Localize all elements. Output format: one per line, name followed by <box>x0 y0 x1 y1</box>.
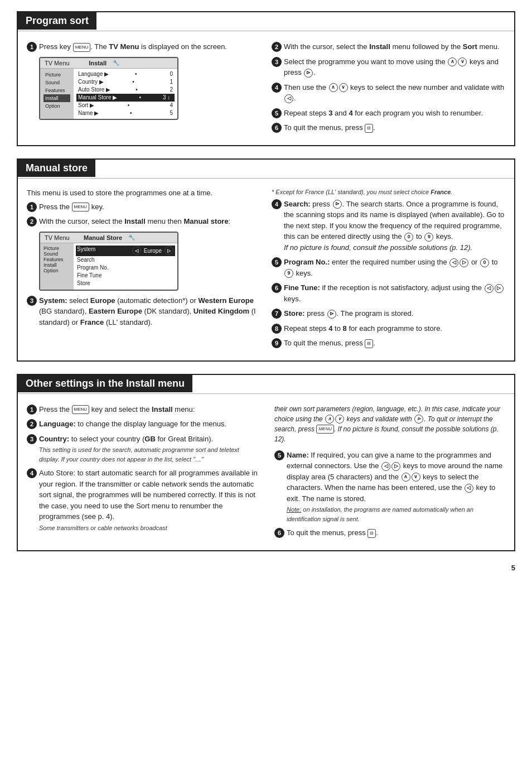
left-key-os5: ◁ <box>381 462 390 471</box>
ms-right-key: ▷ <box>165 246 173 255</box>
step-ps-4: 4 Then use the ∧∨ keys to select the new… <box>272 82 505 104</box>
lr-keys-ms6: ◁▷ <box>484 284 504 293</box>
step-num-ms-2: 2 <box>27 217 37 227</box>
step-num-ms-3: 3 <box>27 296 37 306</box>
step-content-ps-1: Press key MENU. The TV Menu is displayed… <box>39 41 260 52</box>
sidebar-sound: Sound <box>43 79 70 86</box>
manual-store-header: Manual store <box>18 160 514 183</box>
step-num-ps-1: 1 <box>27 42 37 52</box>
autostore-note-os4: Some transmitters or cable networks broa… <box>39 523 258 533</box>
step-num-ms-4: 4 <box>272 199 282 209</box>
sidebar-option: Option <box>43 102 70 110</box>
ms-europe: ◁ Europe ▷ <box>132 246 174 255</box>
up-key-os-top: ∧ <box>325 415 334 424</box>
step-num-ms-9: 9 <box>272 338 282 348</box>
other-settings-body: 1 Press the MENU key and select the Inst… <box>18 398 514 550</box>
left-key-ps4: ◁ <box>284 94 293 103</box>
step-ms-9: 9 To quit the menus, press ⊟. <box>272 338 505 349</box>
step-content-ps-3: Select the programme you want to move us… <box>284 56 505 78</box>
step-content-os-1: Press the MENU key and select the Instal… <box>39 404 258 415</box>
step-os-3: 3 Country: to select your country (GB fo… <box>27 434 258 464</box>
manual-store-body: This menu is used to store the programme… <box>18 183 514 360</box>
up-down-keys-ps4: ∧∨ <box>328 83 349 92</box>
step-num-os-2: 2 <box>27 419 37 429</box>
step-num-ps-6: 6 <box>272 123 282 133</box>
up-key-ps4: ∧ <box>329 83 338 92</box>
tv-menu-name: Name ▶•5 <box>78 109 173 117</box>
step-content-ms-6: Fine Tune: if the reception is not satis… <box>284 282 505 304</box>
other-settings-title: Other settings in the Install menu <box>18 375 192 392</box>
step-os-1: 1 Press the MENU key and select the Inst… <box>27 404 258 415</box>
menu-key-os-top: MENU <box>316 425 334 434</box>
right-key-os5: ▷ <box>391 462 400 471</box>
step-content-ms-3: System: select Europe (automatic detecti… <box>39 295 260 328</box>
zero-key-ms5: 0 <box>480 258 489 267</box>
step-ms-6: 6 Fine Tune: if the reception is not sat… <box>272 282 505 304</box>
step-ps-5: 5 Repeat steps 3 and 4 for each program … <box>272 108 505 119</box>
left-key-ms5: ◁ <box>449 258 458 267</box>
ok-key-ms4: ⊳ <box>333 200 342 209</box>
ms-row-system: System ◁ Europe ▷ <box>76 246 175 256</box>
manual-store-title: Manual store <box>18 160 95 177</box>
tv-menu-language: Language ▶•0 <box>78 70 173 78</box>
step-ms-2: 2 With the cursor, select the Install me… <box>27 216 260 227</box>
step-ps-3: 3 Select the programme you want to move … <box>272 56 505 78</box>
ms-sidebar-option: Option <box>43 268 70 273</box>
step-content-os-2: Language: to change the display language… <box>39 419 258 430</box>
step-num-ms-5: 5 <box>272 257 282 267</box>
other-settings-header: Other settings in the Install menu <box>18 375 514 398</box>
right-col-top-os: their own sort parameters (region, langu… <box>274 404 505 444</box>
left-key-os5b: ◁ <box>465 484 473 493</box>
name-note-os5: Note: on installation, the programs are … <box>287 505 505 523</box>
right-key-ms6: ▷ <box>495 284 504 293</box>
step-num-ms-6: 6 <box>272 283 282 293</box>
step-ms-7: 7 Store: press ⊳. The program is stored. <box>272 308 505 319</box>
other-settings-right: their own sort parameters (region, langu… <box>274 404 505 542</box>
step-content-ms-1: Press the MENU key. <box>39 201 260 213</box>
lr-keys-ms5: ◁▷ <box>449 258 469 267</box>
tv-manual-sidebar-ms: Picture Sound Features Install Option <box>40 243 74 290</box>
step-content-ps-4: Then use the ∧∨ keys to select the new n… <box>284 82 505 104</box>
step-content-os-5: Name: If required, you can give a name t… <box>287 450 505 524</box>
program-sort-left: 1 Press key MENU. The TV Menu is display… <box>27 41 260 137</box>
step-ms-1: 1 Press the MENU key. <box>27 201 260 213</box>
program-sort-section: Program sort 1 Press key MENU. The TV Me… <box>17 11 515 146</box>
other-settings-left: 1 Press the MENU key and select the Inst… <box>27 404 258 542</box>
program-sort-header: Program sort <box>18 12 514 36</box>
step-content-ps-5: Repeat steps 3 and 4 for each program yo… <box>284 108 505 119</box>
up-down-keys-ps3: ∧∨ <box>447 57 467 66</box>
menu-key-ps1: MENU <box>73 43 91 52</box>
up-key-ps3: ∧ <box>448 57 457 66</box>
sidebar-install: Install <box>43 94 70 102</box>
menu-key-ps6: ⊟ <box>365 124 373 133</box>
step-content-ps-6: To quit the menus, press ⊟. <box>284 122 505 133</box>
country-note-os3: This setting is used for the search, aut… <box>39 445 258 464</box>
step-num-ps-4: 4 <box>272 83 282 93</box>
ms-sidebar-features: Features <box>43 257 70 262</box>
other-settings-section: Other settings in the Install menu 1 Pre… <box>17 374 515 551</box>
asterisk-note-ms: * Except for France (LL' standard), you … <box>272 189 505 195</box>
step-num-ms-1: 1 <box>27 202 37 212</box>
ok-key-os-top: ⊳ <box>414 415 423 424</box>
step-content-os-3: Country: to select your country (GB for … <box>39 434 258 464</box>
zero-key-ms4: 0 <box>404 233 413 242</box>
tv-manual-title-ms: TV Menu Manual Store 🔧 <box>40 233 177 243</box>
tv-menu-autostore: Auto Store ▶•2 <box>78 86 173 94</box>
left-key-ms6: ◁ <box>485 284 494 293</box>
manual-store-intro: This menu is used to store the programme… <box>27 189 260 197</box>
step-ms-3: 3 System: select Europe (automatic detec… <box>27 295 260 328</box>
program-sort-right: 2 With the cursor, select the Install me… <box>272 41 505 137</box>
step-num-ps-2: 2 <box>272 42 282 52</box>
step-num-os-3: 3 <box>27 434 37 444</box>
tv-screen-title-ps: TV Menu Install 🔧 <box>40 58 177 69</box>
manual-store-left: This menu is used to store the programme… <box>27 189 260 353</box>
tv-menu-items-ps: Language ▶•0 Country ▶•1 Auto Store ▶•2 … <box>74 69 177 119</box>
step-content-ms-5: Program No.: enter the required number u… <box>284 257 505 278</box>
program-sort-title: Program sort <box>18 12 96 30</box>
down-key-os-top: ∨ <box>335 415 344 424</box>
step-content-ps-2: With the cursor, select the Install menu… <box>284 41 505 52</box>
tv-screen-ps: TV Menu Install 🔧 Picture Sound Features… <box>39 57 178 120</box>
up-key-os5: ∧ <box>402 473 410 482</box>
step-ps-2: 2 With the cursor, select the Install me… <box>272 41 505 52</box>
step-ps-1: 1 Press key MENU. The TV Menu is display… <box>27 41 260 52</box>
